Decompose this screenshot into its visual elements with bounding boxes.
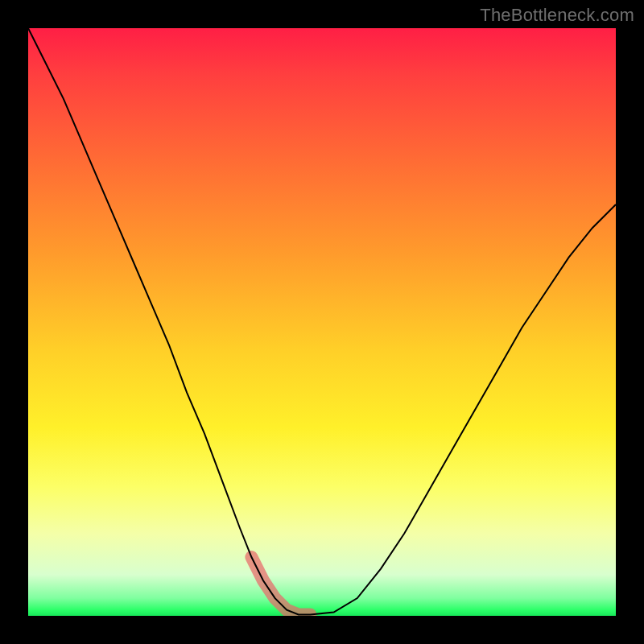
plot-area <box>28 28 616 616</box>
chart-frame: TheBottleneck.com <box>0 0 644 644</box>
bottleneck-curve <box>28 28 616 616</box>
watermark-text: TheBottleneck.com <box>480 5 634 26</box>
